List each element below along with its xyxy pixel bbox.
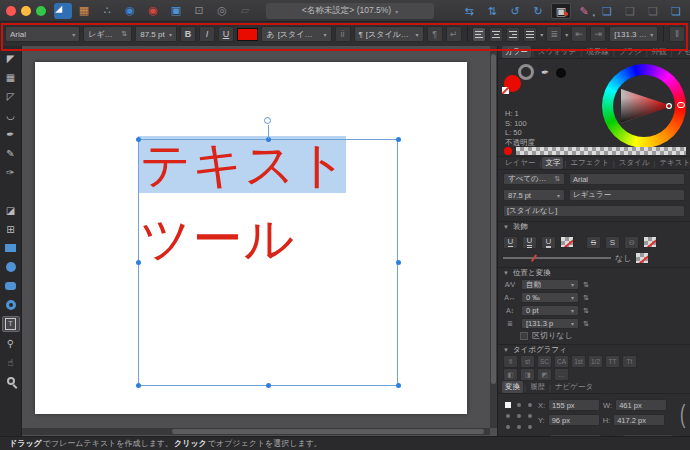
position-transform-header[interactable]: ▼ 位置と変換 <box>498 267 690 278</box>
tab-appearance[interactable]: 外観 <box>649 46 670 58</box>
character-traits-button[interactable]: ii <box>335 26 351 42</box>
flip-vertical-icon[interactable]: ⇅ <box>482 3 502 19</box>
stepper-icon[interactable]: ⇅ <box>583 320 589 328</box>
typography-toggle-typo2-3[interactable]: ◩ <box>537 368 552 381</box>
minimize-button[interactable] <box>21 6 31 16</box>
tracking-select[interactable]: 0 ‰ <box>521 292 579 303</box>
align-center-button[interactable] <box>489 27 503 42</box>
typography-toggle-typo1-4[interactable]: CA <box>554 355 569 368</box>
paragraph-mark-button[interactable]: ¶ <box>427 26 443 42</box>
character-style-field[interactable]: [スタイルなし] <box>503 205 685 217</box>
font-size-select[interactable]: 87.5 pt <box>135 26 177 42</box>
zoom-tool[interactable] <box>2 373 20 389</box>
scrollbar-thumb[interactable] <box>172 429 484 434</box>
tab-transform[interactable]: 変換 <box>502 381 523 393</box>
close-button[interactable] <box>6 6 16 16</box>
typography-toggle-typo2-1[interactable]: ◧ <box>503 368 518 381</box>
tab-navigator[interactable]: ナビゲータ <box>552 381 596 393</box>
zoom-window-button[interactable] <box>36 6 46 16</box>
fill-stroke-indicator[interactable] <box>504 64 534 92</box>
transparency-tool[interactable]: ◪ <box>2 202 20 218</box>
typography-header[interactable]: ▼ タイポグラフィ <box>498 344 690 355</box>
frame-text-tool[interactable]: T <box>2 316 20 332</box>
handle-mid-right[interactable] <box>396 260 401 265</box>
insertion-target-icon[interactable]: ▣ <box>551 3 571 19</box>
underline-button[interactable]: U <box>218 26 234 42</box>
style-paint-icon[interactable]: ✎▾ <box>574 3 594 19</box>
stock-icon[interactable]: ◉ <box>120 3 140 19</box>
picked-color-well[interactable] <box>556 68 566 78</box>
tab-styles[interactable]: スタイル <box>616 157 653 169</box>
tab-color[interactable]: カラー <box>502 46 531 58</box>
no-break-checkbox[interactable] <box>520 332 528 340</box>
flip-horizontal-icon[interactable]: ⇆ <box>459 3 479 19</box>
text-color-swatch[interactable] <box>237 28 258 41</box>
typography-toggle-typo1-5[interactable]: 1st <box>571 355 586 368</box>
typography-toggle-typo2-2[interactable]: ◨ <box>520 368 535 381</box>
handle-top-right[interactable] <box>396 137 401 142</box>
font-weight-select[interactable]: レギュラー <box>83 26 132 42</box>
strike-style-button[interactable]: ⊖ <box>624 236 639 249</box>
typography-toggle-typo2-4[interactable]: … <box>554 368 569 381</box>
tab-effects[interactable]: エフェクト <box>567 157 611 169</box>
double-underline-button[interactable]: U <box>522 236 537 249</box>
tab-stroke[interactable]: 境界線 <box>583 46 612 58</box>
preview-mode-icon[interactable]: ◎ <box>212 3 232 19</box>
typography-toggle-typo1-6[interactable]: 1/2 <box>588 355 603 368</box>
typography-toggle-typo1-8[interactable]: Tt <box>622 355 637 368</box>
leading-override-select[interactable]: [131.3 p <box>521 318 579 329</box>
chevron-down-icon[interactable]: ▾ <box>540 31 543 38</box>
color-wheel[interactable] <box>602 64 686 148</box>
tab-character[interactable]: 文字 <box>542 157 563 169</box>
export-persona-icon[interactable]: ∴ <box>97 3 117 19</box>
color-picker-tool[interactable]: ⚲ <box>2 335 20 351</box>
handle-mid-left[interactable] <box>136 260 141 265</box>
node-tool[interactable]: ◸ <box>2 88 20 104</box>
height-input[interactable]: 417.2 px <box>613 414 665 426</box>
tab-brushes[interactable]: ブラシ <box>616 46 645 58</box>
document-title-dropdown[interactable]: <名称未設定> (107.5%) ▾ <box>266 3 434 19</box>
tab-assets[interactable]: アセット <box>674 46 690 58</box>
rounded-rectangle-tool[interactable] <box>2 278 20 294</box>
link-dimensions-icon[interactable]: ( <box>680 401 685 430</box>
handle-bottom-center[interactable] <box>266 383 271 388</box>
rotate-cw-icon[interactable]: ↻ <box>528 3 548 19</box>
move-tool[interactable]: ◤ <box>2 50 20 66</box>
indent-less-button[interactable]: ⇤ <box>571 26 587 42</box>
kerning-select[interactable]: 自動 <box>521 279 579 290</box>
baseline-select[interactable]: 0 pt <box>521 305 579 316</box>
eyedropper-icon[interactable]: ✒ <box>541 67 549 78</box>
vector-crop-tool[interactable]: ⊞ <box>2 221 20 237</box>
canvas-area[interactable]: テキスト ツール <box>22 46 497 436</box>
align-right-button[interactable] <box>506 27 520 42</box>
strikethrough-color-swatch[interactable] <box>643 236 657 248</box>
underline-button[interactable]: U <box>503 236 518 249</box>
vertical-text-button[interactable]: ‖ <box>669 26 685 42</box>
bold-button[interactable]: B <box>180 26 196 42</box>
tab-text-styles[interactable]: テキストスタイル <box>656 157 690 169</box>
handle-top-left[interactable] <box>136 137 141 142</box>
opacity-slider[interactable] <box>516 147 686 155</box>
double-strikethrough-button[interactable]: S <box>605 236 620 249</box>
vector-brush-tool[interactable]: ✑ <box>2 164 20 180</box>
disabled-tool-icon-1[interactable]: ▱ <box>235 3 255 19</box>
line-break-button[interactable]: ↵ <box>446 26 462 42</box>
character-size-select[interactable]: 87.5 pt <box>503 189 565 201</box>
scrollbar-thumb[interactable] <box>491 54 496 384</box>
stepper-icon[interactable]: ⇅ <box>583 281 589 289</box>
move-to-front-icon[interactable]: ❏ <box>597 3 617 19</box>
paragraph-style-select[interactable]: ¶ [スタイルなし] <box>354 26 424 42</box>
width-input[interactable]: 461 px <box>615 399 667 411</box>
align-justify-button[interactable] <box>523 27 537 42</box>
pencil-tool[interactable]: ✎ <box>2 145 20 161</box>
background-tint-slider[interactable] <box>503 257 611 259</box>
rectangle-tool[interactable] <box>2 240 20 256</box>
stepper-icon[interactable]: ⇅ <box>583 307 589 315</box>
font-family-select[interactable]: Arial <box>5 26 80 42</box>
heavy-underline-button[interactable]: U <box>541 236 556 249</box>
pixel-persona-icon[interactable]: ▦ <box>74 3 94 19</box>
donut-tool[interactable] <box>2 297 20 313</box>
rotation-handle[interactable] <box>264 117 271 124</box>
x-input[interactable]: 155 px <box>548 399 600 411</box>
typography-toggle-typo1-7[interactable]: TT <box>605 355 620 368</box>
